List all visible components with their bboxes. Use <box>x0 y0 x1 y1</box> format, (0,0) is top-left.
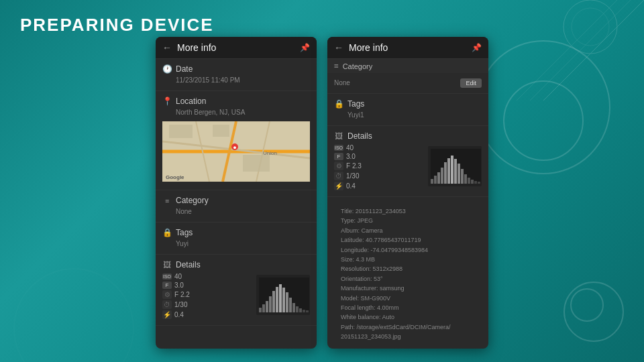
aperture-icon: ⚙ <box>162 290 172 299</box>
right-detail-row-aperture: ⚙ F 2.3 <box>334 161 424 171</box>
meta-white-balance: White balance: Auto <box>341 312 475 322</box>
right-fa-title: Category <box>343 62 373 70</box>
right-details-label: Details <box>347 131 372 141</box>
svg-rect-43 <box>458 164 460 184</box>
histogram-chart <box>256 275 310 315</box>
svg-rect-29 <box>292 303 295 312</box>
left-tags-section: 🔒 Tags Yuyi <box>156 223 317 255</box>
meta-focal-length: Focal length: 4.00mm <box>341 303 475 312</box>
meta-section: Title: 20151123_234053 Type: JPEG Album:… <box>327 197 488 349</box>
detail-row-flash: ⚡ 0.4 <box>162 310 252 320</box>
svg-rect-36 <box>434 176 437 184</box>
category-edit-row: None Edit <box>334 78 482 88</box>
map-area[interactable]: ● Google Union <box>162 121 310 182</box>
detail-row-aperture: ⚙ F 2.2 <box>162 290 252 300</box>
flash-value: 0.4 <box>174 311 184 318</box>
f-icon: F <box>162 282 172 289</box>
svg-rect-30 <box>296 306 299 312</box>
right-f-value: 3.0 <box>346 153 356 160</box>
svg-rect-49 <box>478 182 480 184</box>
svg-rect-11 <box>169 125 193 138</box>
page-title: PREPARING DEVICE <box>20 15 214 36</box>
right-histogram-chart <box>428 146 482 186</box>
right-shutter-icon: ⏱ <box>334 172 343 180</box>
right-detail-row-iso: ISO 40 <box>334 143 424 152</box>
svg-rect-22 <box>269 296 272 312</box>
left-category-icon: ≡ <box>162 197 172 204</box>
right-subheader: ≡ Category <box>327 59 488 73</box>
left-category-label: Category <box>176 196 209 205</box>
left-panel-title: More info <box>177 42 294 53</box>
meta-type: Type: JPEG <box>341 216 475 225</box>
svg-rect-47 <box>471 180 474 184</box>
left-tags-icon: 🔒 <box>162 228 172 237</box>
svg-rect-32 <box>303 310 305 312</box>
left-back-button[interactable]: ← <box>162 42 172 53</box>
right-panel-content: None Edit 🔒 Tags Yuyi1 🖼 Details <box>327 73 488 349</box>
svg-rect-13 <box>213 125 229 137</box>
right-tags-value: Yuyi1 <box>334 111 482 120</box>
svg-text:Google: Google <box>166 174 184 180</box>
svg-rect-28 <box>289 298 292 312</box>
left-panel: ← More info 📌 🕐 Date 11/23/2015 11:40 PM… <box>156 37 317 349</box>
svg-rect-25 <box>279 284 282 312</box>
f-value: 3.0 <box>174 282 184 289</box>
iso-icon: ISO <box>162 274 172 280</box>
right-flash-value: 0.4 <box>346 182 356 190</box>
left-panel-header: ← More info 📌 <box>156 37 317 59</box>
right-f-icon: F <box>334 153 343 160</box>
meta-title: Title: 20151123_234053 <box>341 206 475 216</box>
svg-rect-46 <box>468 178 470 184</box>
meta-size: Size: 4.3 MB <box>341 255 475 264</box>
svg-rect-44 <box>461 169 464 184</box>
right-details-icon: 🖼 <box>334 131 343 141</box>
iso-value: 40 <box>174 273 182 280</box>
svg-rect-48 <box>474 181 477 184</box>
flash-icon: ⚡ <box>162 310 172 319</box>
right-tags-icon: 🔒 <box>334 99 343 109</box>
right-panel: ← More info 📌 ≡ Category None Edit 🔒 Tag… <box>327 37 488 349</box>
edit-button[interactable]: Edit <box>460 78 482 88</box>
detail-row-f: F 3.0 <box>162 281 252 290</box>
shutter-icon: ⏱ <box>162 300 172 309</box>
right-pin-icon[interactable]: 📌 <box>472 43 482 52</box>
left-tags-value: Yuyi <box>162 239 310 249</box>
location-label: Location <box>176 97 206 106</box>
svg-rect-33 <box>306 310 309 312</box>
date-section: 🕐 Date 11/23/2015 11:40 PM <box>156 59 317 91</box>
right-aperture-value: F 2.3 <box>346 162 362 170</box>
meta-path: Path: /storage/extSdCard/DCIM/Camera/ 20… <box>341 322 475 342</box>
right-panel-title: More info <box>349 42 466 53</box>
right-iso-icon: ISO <box>334 145 343 151</box>
meta-album: Album: Camera <box>341 226 475 235</box>
svg-rect-41 <box>451 156 453 184</box>
right-detail-row-flash: ⚡ 0.4 <box>334 181 424 191</box>
meta-resolution: Resolution: 5312x2988 <box>341 264 475 274</box>
svg-rect-38 <box>441 168 443 184</box>
right-iso-value: 40 <box>346 144 354 152</box>
left-pin-icon[interactable]: 📌 <box>300 43 310 52</box>
detail-row-iso: ISO 40 <box>162 272 252 281</box>
svg-rect-42 <box>454 159 457 184</box>
svg-point-4 <box>572 8 609 46</box>
right-detail-row-shutter: ⏱ 1/30 <box>334 171 424 181</box>
date-icon: 🕐 <box>162 64 172 74</box>
svg-rect-37 <box>437 172 440 184</box>
right-aperture-icon: ⚙ <box>334 162 343 170</box>
svg-text:●: ● <box>233 144 236 151</box>
shutter-value: 1/30 <box>174 301 187 308</box>
panels-container: ← More info 📌 🕐 Date 11/23/2015 11:40 PM… <box>94 37 550 349</box>
location-section: 📍 Location North Bergen, NJ, USA <box>156 91 317 190</box>
svg-rect-26 <box>282 288 285 312</box>
left-panel-content: 🕐 Date 11/23/2015 11:40 PM 📍 Location No… <box>156 59 317 349</box>
meta-manufacturer: Manufacturer: samsung <box>341 284 475 293</box>
right-detail-row-f: F 3.0 <box>334 152 424 161</box>
meta-info-block: Title: 20151123_234053 Type: JPEG Album:… <box>334 202 482 345</box>
location-value: North Bergen, NJ, USA <box>162 108 310 117</box>
right-back-button[interactable]: ← <box>334 42 343 53</box>
svg-rect-39 <box>444 162 447 184</box>
date-label: Date <box>176 64 193 74</box>
left-category-value: None <box>162 207 310 217</box>
svg-point-3 <box>564 0 617 54</box>
meta-orientation: Orientation: 53° <box>341 274 475 284</box>
